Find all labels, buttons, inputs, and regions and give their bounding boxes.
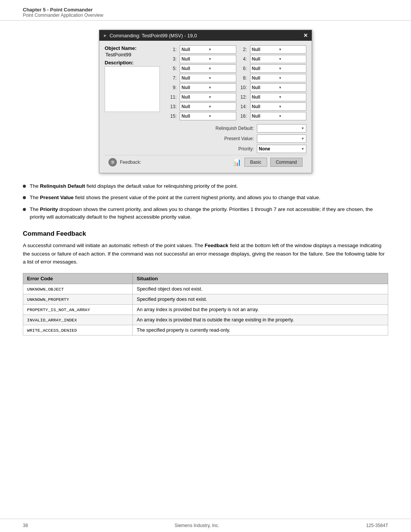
priority-12-arrow: ▼ — [279, 95, 304, 99]
priority-13-value: Null — [182, 104, 207, 109]
priority-4-label: 4: — [238, 56, 249, 62]
left-panel: Object Name: TestPoint99 Description: — [105, 45, 164, 155]
priority-14-label: 14: — [238, 104, 249, 109]
tab-basic-button[interactable]: Basic — [244, 158, 267, 167]
col-error-code: Error Code — [23, 273, 133, 284]
priority-6-dropdown[interactable]: Null▼ — [250, 64, 307, 73]
priority-field[interactable]: None ▼ — [257, 145, 306, 153]
priority-9-dropdown[interactable]: Null▼ — [180, 83, 236, 92]
priority-13-dropdown[interactable]: Null▼ — [180, 102, 236, 111]
priority-6-arrow: ▼ — [279, 67, 304, 70]
relinquish-default-label: Relinquish Default: — [208, 126, 254, 131]
object-name-label: Object Name: — [105, 45, 164, 51]
page-number: 38 — [23, 523, 28, 528]
priority-3-value: Null — [182, 56, 207, 62]
priority-9-value: Null — [182, 85, 207, 90]
priority-1-label: 1: — [167, 47, 178, 52]
error-table: Error Code Situation UNKNOWN_OBJECT Spec… — [23, 273, 388, 335]
bottom-fields: Relinquish Default: ▼ Present Value: ▼ — [167, 124, 306, 153]
bullet-dot-3 — [23, 208, 26, 211]
priority-6-label: 6: — [238, 66, 249, 71]
bullet-text-3: The Priority dropdown shows the current … — [30, 206, 388, 221]
priority-label: Priority: — [208, 146, 254, 152]
priority-5-value: Null — [182, 66, 207, 71]
table-row: UNKNOWN_PROPERTY Specified property does… — [23, 294, 388, 304]
dialog-footer: Feedback: 📊 Basic Command — [105, 155, 306, 169]
priority-3-label: 3: — [167, 56, 178, 62]
priority-field-value: None — [259, 146, 270, 152]
priority-13-label: 13: — [167, 104, 178, 109]
commanding-dialog: ► Commanding: TestPoint99 (MSV) - 19,0 ✕… — [99, 30, 312, 173]
priority-11-dropdown[interactable]: Null▼ — [180, 93, 236, 101]
priority-15-label: 15: — [167, 113, 178, 119]
description-box[interactable] — [105, 66, 160, 112]
priority-1-value: Null — [182, 47, 207, 52]
priority-2-label: 2: — [238, 47, 249, 52]
priority-7-value: Null — [182, 75, 207, 81]
priority-5-dropdown[interactable]: Null▼ — [180, 64, 236, 73]
priority-10-dropdown[interactable]: Null▼ — [250, 83, 307, 92]
priority-1-arrow: ▼ — [208, 48, 234, 51]
feedback-label: Feedback: — [120, 160, 141, 165]
priority-3-arrow: ▼ — [208, 57, 234, 61]
priority-4-dropdown[interactable]: Null▼ — [250, 55, 307, 63]
bullet-text-1: The Relinquish Default field displays th… — [30, 182, 238, 190]
dialog-container: ► Commanding: TestPoint99 (MSV) - 19,0 ✕… — [23, 30, 388, 173]
situation-cell: Specified object does not exist. — [133, 284, 388, 294]
priority-13-arrow: ▼ — [208, 105, 234, 109]
priority-9-arrow: ▼ — [208, 86, 234, 89]
priority-11-label: 11: — [167, 94, 178, 100]
error-code-cell: INVALID_ARRAY_INDEX — [23, 315, 133, 325]
company-name: Siemens Industry, Inc. — [175, 523, 220, 528]
priority-11-arrow: ▼ — [208, 95, 234, 99]
priority-row: Priority: None ▼ — [167, 145, 306, 153]
bullet-item-1: The Relinquish Default field displays th… — [23, 182, 388, 190]
priority-14-arrow: ▼ — [279, 105, 304, 109]
priority-2-arrow: ▼ — [279, 48, 304, 51]
dialog-body: Object Name: TestPoint99 Description: 1:… — [99, 41, 312, 173]
situation-cell: Specified property does not exist. — [133, 294, 388, 304]
present-value-arrow: ▼ — [301, 137, 304, 141]
relinquish-default-field[interactable]: ▼ — [257, 124, 306, 133]
situation-cell: An array index is provided but the prope… — [133, 304, 388, 315]
present-value-field[interactable]: ▼ — [257, 134, 306, 143]
priority-16-dropdown[interactable]: Null▼ — [250, 112, 307, 120]
description-label: Description: — [105, 60, 164, 66]
priority-5-arrow: ▼ — [208, 67, 234, 70]
bullet-item-3: The Priority dropdown shows the current … — [23, 206, 388, 221]
priority-8-arrow: ▼ — [279, 76, 304, 80]
priority-7-dropdown[interactable]: Null▼ — [180, 74, 236, 82]
priority-14-dropdown[interactable]: Null▼ — [250, 102, 307, 111]
present-value-row: Present Value: ▼ — [167, 134, 306, 143]
situation-cell: An array index is provided that is outsi… — [133, 315, 388, 325]
priority-15-dropdown[interactable]: Null▼ — [180, 112, 236, 120]
bullet-list: The Relinquish Default field displays th… — [23, 182, 388, 221]
section-intro: A successful command will initiate an au… — [23, 241, 388, 266]
priority-1-dropdown[interactable]: Null▼ — [180, 45, 236, 54]
priority-14-value: Null — [252, 104, 278, 109]
bullet-dot-2 — [23, 196, 26, 199]
feedback-icon — [108, 158, 117, 166]
priority-2-dropdown[interactable]: Null▼ — [250, 45, 307, 54]
tab-command-button[interactable]: Command — [270, 158, 303, 167]
priority-10-value: Null — [252, 85, 278, 90]
priority-12-label: 12: — [238, 94, 249, 100]
priority-4-arrow: ▼ — [279, 57, 304, 61]
chart-icon: 📊 — [233, 158, 241, 166]
page-header: Chapter 5 - Point Commander Point Comman… — [0, 0, 411, 21]
chapter-subtitle: Point Commander Application Overview — [23, 13, 388, 18]
priority-12-value: Null — [252, 94, 278, 100]
chapter-title: Chapter 5 - Point Commander — [23, 7, 388, 13]
priority-3-dropdown[interactable]: Null▼ — [180, 55, 236, 63]
close-button[interactable]: ✕ — [303, 32, 308, 38]
priority-field-arrow: ▼ — [301, 147, 304, 151]
bullet-dot-1 — [23, 185, 26, 188]
priority-4-value: Null — [252, 56, 278, 62]
error-code-cell: PROPERTY_IS_NOT_AN_ARRAY — [23, 304, 133, 315]
priority-9-label: 9: — [167, 85, 178, 90]
relinquish-default-arrow: ▼ — [301, 126, 304, 130]
priority-12-dropdown[interactable]: Null▼ — [250, 93, 307, 101]
object-name-value: TestPoint99 — [105, 52, 164, 58]
doc-number: 125-3584T — [366, 523, 388, 528]
priority-8-dropdown[interactable]: Null▼ — [250, 74, 307, 82]
